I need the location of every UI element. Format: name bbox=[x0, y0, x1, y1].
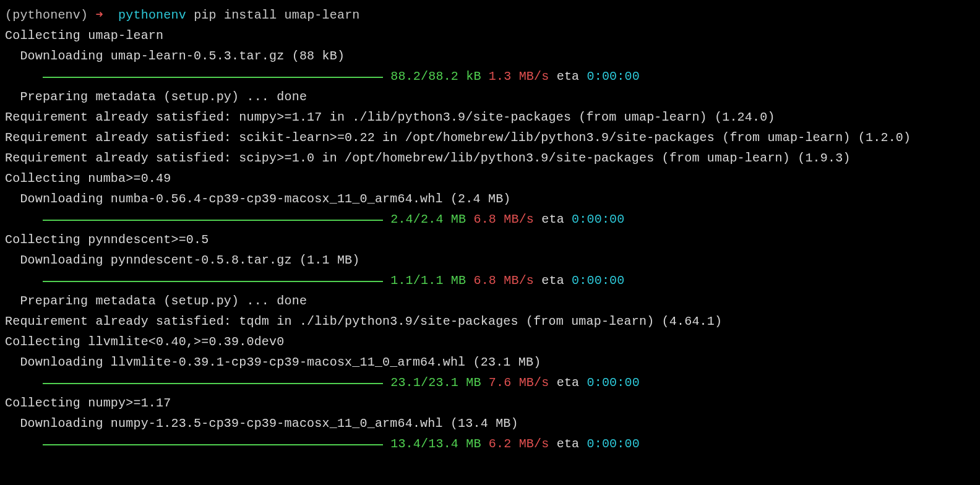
output-text: Downloading pynndescent-0.5.8.tar.gz (1.… bbox=[20, 253, 359, 267]
output-text: Collecting llvmlite<0.40,>=0.39.0dev0 bbox=[5, 335, 284, 349]
eta-value: 0:00:00 bbox=[572, 273, 624, 288]
output-text: Requirement already satisfied: scikit-le… bbox=[5, 131, 911, 145]
progress-size: 23.1/23.1 MB bbox=[390, 376, 481, 390]
progress-size: 1.1/1.1 MB bbox=[390, 273, 466, 288]
output-line: Collecting pynndescent>=0.5 bbox=[5, 230, 975, 250]
output-line: Preparing metadata (setup.py) ... done bbox=[5, 291, 975, 311]
output-text: Collecting numpy>=1.17 bbox=[5, 396, 171, 410]
output-line: Preparing metadata (setup.py) ... done bbox=[5, 87, 975, 107]
output-text: Requirement already satisfied: tqdm in .… bbox=[5, 314, 722, 328]
progress-size: 2.4/2.4 MB bbox=[390, 212, 466, 226]
progress-line: 2.4/2.4 MB 6.8 MB/s eta 0:00:00 bbox=[5, 209, 975, 230]
output-text: Collecting numba>=0.49 bbox=[5, 171, 171, 186]
progress-bar bbox=[43, 383, 383, 384]
output-line: Collecting llvmlite<0.40,>=0.39.0dev0 bbox=[5, 332, 975, 352]
eta-label: eta bbox=[557, 437, 580, 451]
output-text: Preparing metadata (setup.py) ... done bbox=[20, 90, 307, 104]
eta-label: eta bbox=[557, 69, 580, 84]
venv-name: (pythonenv) bbox=[5, 8, 88, 22]
progress-line: 23.1/23.1 MB 7.6 MB/s eta 0:00:00 bbox=[5, 372, 975, 393]
progress-line: 88.2/88.2 kB 1.3 MB/s eta 0:00:00 bbox=[5, 66, 975, 87]
output-text: Collecting umap-learn bbox=[5, 28, 163, 43]
command-text: pip install umap-learn bbox=[194, 8, 359, 22]
arrow-icon: ➜ bbox=[95, 8, 103, 22]
cwd-name: pythonenv bbox=[118, 8, 186, 22]
progress-speed: 6.2 MB/s bbox=[489, 437, 549, 451]
eta-label: eta bbox=[557, 376, 580, 390]
output-line: Requirement already satisfied: tqdm in .… bbox=[5, 311, 975, 332]
progress-speed: 7.6 MB/s bbox=[489, 376, 549, 390]
progress-bar bbox=[43, 281, 383, 282]
output-line: Collecting umap-learn bbox=[5, 25, 975, 46]
eta-value: 0:00:00 bbox=[587, 69, 640, 84]
progress-bar bbox=[43, 77, 383, 78]
output-text: Requirement already satisfied: scipy>=1.… bbox=[5, 151, 851, 165]
output-text: Requirement already satisfied: numpy>=1.… bbox=[5, 110, 775, 124]
output-text: Downloading numba-0.56.4-cp39-cp39-macos… bbox=[20, 192, 510, 206]
prompt-line[interactable]: (pythonenv) ➜ pythonenv pip install umap… bbox=[5, 5, 975, 25]
output-line: Collecting numpy>=1.17 bbox=[5, 393, 975, 413]
progress-bar bbox=[43, 220, 383, 221]
output-line: Downloading numba-0.56.4-cp39-cp39-macos… bbox=[5, 189, 975, 209]
output-text: Preparing metadata (setup.py) ... done bbox=[20, 294, 307, 308]
output-line: Downloading numpy-1.23.5-cp39-cp39-macos… bbox=[5, 413, 975, 434]
progress-line: 13.4/13.4 MB 6.2 MB/s eta 0:00:00 bbox=[5, 434, 975, 454]
output-line: Requirement already satisfied: scikit-le… bbox=[5, 127, 975, 148]
output-line: Requirement already satisfied: scipy>=1.… bbox=[5, 148, 975, 168]
terminal-output[interactable]: (pythonenv) ➜ pythonenv pip install umap… bbox=[5, 5, 975, 454]
eta-value: 0:00:00 bbox=[587, 437, 640, 451]
progress-speed: 1.3 MB/s bbox=[489, 69, 549, 84]
progress-speed: 6.8 MB/s bbox=[473, 273, 534, 288]
progress-speed: 6.8 MB/s bbox=[473, 212, 534, 226]
output-line: Downloading umap-learn-0.5.3.tar.gz (88 … bbox=[5, 46, 975, 66]
output-text: Downloading numpy-1.23.5-cp39-cp39-macos… bbox=[20, 416, 518, 431]
progress-size: 13.4/13.4 MB bbox=[390, 437, 481, 451]
progress-line: 1.1/1.1 MB 6.8 MB/s eta 0:00:00 bbox=[5, 270, 975, 291]
output-line: Downloading llvmlite-0.39.1-cp39-cp39-ma… bbox=[5, 352, 975, 372]
output-text: Downloading umap-learn-0.5.3.tar.gz (88 … bbox=[20, 49, 345, 63]
output-line: Collecting numba>=0.49 bbox=[5, 168, 975, 189]
eta-value: 0:00:00 bbox=[587, 376, 640, 390]
output-text: Downloading llvmlite-0.39.1-cp39-cp39-ma… bbox=[20, 355, 541, 369]
eta-label: eta bbox=[541, 273, 564, 288]
eta-label: eta bbox=[541, 212, 564, 226]
progress-size: 88.2/88.2 kB bbox=[390, 69, 481, 84]
output-line: Requirement already satisfied: numpy>=1.… bbox=[5, 107, 975, 127]
output-line: Downloading pynndescent-0.5.8.tar.gz (1.… bbox=[5, 250, 975, 270]
output-text: Collecting pynndescent>=0.5 bbox=[5, 233, 208, 247]
eta-value: 0:00:00 bbox=[572, 212, 624, 226]
progress-bar bbox=[43, 444, 383, 445]
